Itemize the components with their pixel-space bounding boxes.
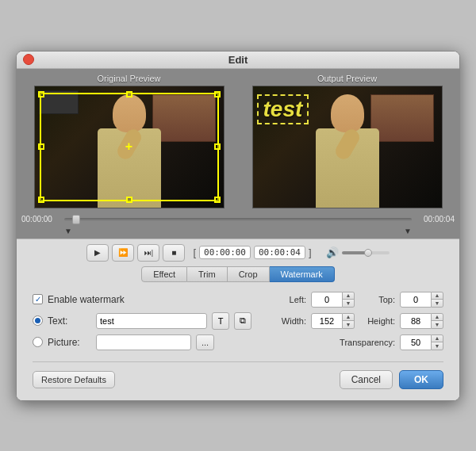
skip-button[interactable]: ⏭| xyxy=(137,244,159,262)
bracket-close: ] xyxy=(309,247,312,258)
transparency-spin-down[interactable]: ▼ xyxy=(432,342,443,350)
time-start-display[interactable]: 00:00:00 xyxy=(199,246,251,259)
top-spinbox[interactable]: ▲ ▼ xyxy=(400,292,443,308)
tabs-row: Effect Trim Crop Watermark xyxy=(25,266,451,282)
enable-watermark-label: Enable watermark xyxy=(48,294,125,305)
transport-row: ▶ ⏩ ⏭| ■ [ 00:00:00 00:00:04 ] 🔊 xyxy=(25,244,451,262)
height-spin-down[interactable]: ▼ xyxy=(432,321,443,328)
volume-thumb[interactable] xyxy=(364,249,372,257)
picture-label: Picture: xyxy=(48,337,91,348)
restore-defaults-button[interactable]: Restore Defaults xyxy=(33,371,115,388)
picture-radio[interactable] xyxy=(33,337,43,347)
titlebar: Edit xyxy=(17,52,459,69)
tab-crop[interactable]: Crop xyxy=(228,266,270,282)
timeline-end-time: 00:00:04 xyxy=(415,215,455,224)
bottom-row: Restore Defaults Cancel OK xyxy=(25,365,451,396)
playhead-left-arrow: ▼ xyxy=(64,227,72,235)
transparency-spin-up[interactable]: ▲ xyxy=(432,335,443,343)
action-buttons: Cancel OK xyxy=(340,370,443,389)
original-preview-panel: Original Preview xyxy=(20,72,238,208)
left-spinbox-arrows: ▲ ▼ xyxy=(343,292,355,308)
ok-button[interactable]: OK xyxy=(399,370,443,389)
volume-area: 🔊 xyxy=(326,247,390,258)
timeline-thumb[interactable] xyxy=(72,215,80,224)
volume-slider[interactable] xyxy=(342,251,390,254)
playhead-right-arrow: ▼ xyxy=(404,227,412,235)
output-video-content: test xyxy=(253,86,442,208)
transparency-input[interactable] xyxy=(400,334,432,350)
main-window: Edit Original Preview xyxy=(16,51,460,401)
transparency-label: Transparency: xyxy=(332,338,395,347)
bg-equipment xyxy=(152,94,216,142)
playhead-row: ▼ ▼ xyxy=(21,227,455,235)
timeline-track: 00:00:00 00:00:04 xyxy=(21,215,455,224)
top-spin-down[interactable]: ▼ xyxy=(432,300,443,307)
width-spin-up[interactable]: ▲ xyxy=(343,314,354,322)
original-preview-label: Original Preview xyxy=(97,72,160,86)
left-spin-up[interactable]: ▲ xyxy=(343,292,354,300)
picture-row: Picture: ... Transparency: ▲ ▼ xyxy=(33,334,443,350)
crop-handle-br[interactable] xyxy=(214,197,221,203)
width-input[interactable] xyxy=(311,313,343,329)
height-spin-up[interactable]: ▲ xyxy=(432,314,443,322)
top-spinbox-arrows: ▲ ▼ xyxy=(432,292,443,308)
height-spinbox[interactable]: ▲ ▼ xyxy=(400,313,443,329)
left-spinbox[interactable]: ▲ ▼ xyxy=(311,292,355,308)
close-button[interactable] xyxy=(23,54,34,65)
text-radio[interactable] xyxy=(33,315,43,326)
original-video-content: + xyxy=(35,86,224,208)
window-title: Edit xyxy=(228,54,248,66)
fast-forward-button[interactable]: ⏩ xyxy=(112,244,134,262)
transparency-controls: Transparency: ▲ ▼ xyxy=(332,334,443,350)
volume-icon: 🔊 xyxy=(326,247,339,258)
picture-input[interactable] xyxy=(96,334,191,350)
watermark-form: ✓ Enable watermark Left: ▲ ▼ Top: xyxy=(25,289,451,358)
timeline-area: 00:00:00 00:00:04 ▼ ▼ xyxy=(17,212,459,239)
copy-button[interactable]: ⧉ xyxy=(234,312,251,330)
bracket-open: [ xyxy=(193,247,196,258)
crop-handle-bl[interactable] xyxy=(38,197,44,203)
width-spin-down[interactable]: ▼ xyxy=(343,321,354,328)
transparency-spinbox-arrows: ▲ ▼ xyxy=(432,334,443,350)
stop-button[interactable]: ■ xyxy=(163,244,185,262)
width-label: Width: xyxy=(271,316,306,326)
play-button[interactable]: ▶ xyxy=(86,244,109,262)
cancel-button[interactable]: Cancel xyxy=(340,370,393,389)
tab-watermark[interactable]: Watermark xyxy=(270,266,335,282)
size-controls: Width: ▲ ▼ Height: ▲ ▼ xyxy=(271,313,443,329)
bg-equipment2 xyxy=(39,90,79,114)
width-spinbox[interactable]: ▲ ▼ xyxy=(311,313,355,329)
output-preview-label: Output Preview xyxy=(317,72,377,86)
controls-area: ▶ ⏩ ⏭| ■ [ 00:00:00 00:00:04 ] 🔊 Effect … xyxy=(17,239,459,400)
crop-handle-mr[interactable] xyxy=(214,143,221,150)
position-controls: Left: ▲ ▼ Top: ▲ ▼ xyxy=(271,292,443,308)
time-end-display[interactable]: 00:00:04 xyxy=(254,246,305,259)
output-bg-equipment xyxy=(370,94,434,142)
text-radio-dot xyxy=(35,318,40,323)
left-label: Left: xyxy=(271,295,306,304)
top-spin-up[interactable]: ▲ xyxy=(432,292,443,300)
enable-watermark-checkbox[interactable]: ✓ xyxy=(33,294,43,304)
crop-handle-ml[interactable] xyxy=(38,143,44,150)
transparency-spinbox[interactable]: ▲ ▼ xyxy=(400,334,443,350)
watermark-preview: test xyxy=(257,94,309,125)
left-input[interactable] xyxy=(311,292,343,308)
browse-button[interactable]: ... xyxy=(196,334,214,350)
timeline-slider[interactable] xyxy=(64,215,412,224)
text-input[interactable] xyxy=(96,313,207,329)
person-head xyxy=(113,94,146,132)
output-preview-panel: Output Preview test xyxy=(238,72,456,208)
left-spin-down[interactable]: ▼ xyxy=(343,300,354,307)
original-video: + xyxy=(34,86,225,208)
tab-trim[interactable]: Trim xyxy=(187,266,228,282)
text-style-button[interactable]: T xyxy=(212,312,229,330)
text-row: Text: T ⧉ Width: ▲ ▼ Height: xyxy=(33,312,443,330)
tab-effect[interactable]: Effect xyxy=(141,266,187,282)
height-spinbox-arrows: ▲ ▼ xyxy=(432,313,443,329)
height-label: Height: xyxy=(359,316,395,326)
separator xyxy=(33,361,443,362)
top-label: Top: xyxy=(359,295,395,304)
height-input[interactable] xyxy=(400,313,432,329)
top-input[interactable] xyxy=(400,292,432,308)
output-video: test xyxy=(252,86,443,208)
